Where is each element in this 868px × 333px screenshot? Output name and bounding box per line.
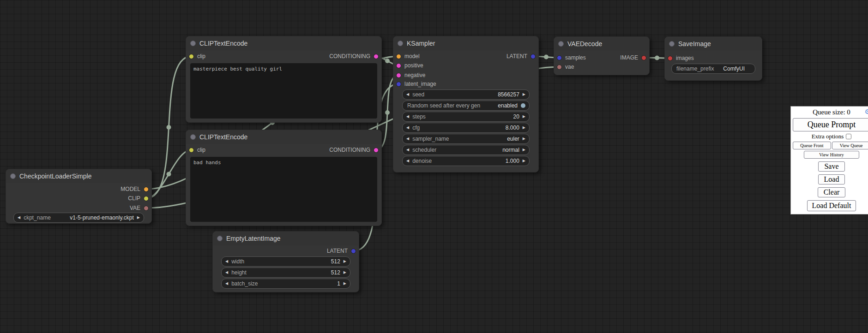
node-collapse-dot[interactable]	[669, 41, 675, 47]
decrement-arrow-icon[interactable]: ◀	[18, 216, 20, 220]
random-seed-toggle[interactable]: Random seed after every gen enabled	[402, 101, 530, 111]
slot-label: images	[676, 55, 694, 61]
increment-arrow-icon[interactable]: ▶	[344, 271, 346, 274]
increment-arrow-icon[interactable]: ▶	[523, 159, 525, 163]
decrement-arrow-icon[interactable]: ◀	[406, 115, 409, 119]
widget-value: v1-5-pruned-emaonly.ckpt	[70, 214, 134, 221]
latent-image-input-port[interactable]	[396, 82, 401, 87]
height-widget[interactable]: ◀ height 512 ▶	[221, 268, 350, 278]
width-widget[interactable]: ◀ width 512 ▶	[221, 256, 350, 267]
node-title: EmptyLatentImage	[226, 235, 281, 242]
model-output-port[interactable]	[144, 187, 149, 192]
widget-value: 8566257	[498, 91, 519, 98]
widget-value: euler	[507, 136, 519, 142]
decrement-arrow-icon[interactable]: ◀	[225, 282, 228, 285]
batch-size-widget[interactable]: ◀ batch_size 1 ▶	[221, 279, 350, 289]
vae-input-port[interactable]	[557, 65, 562, 70]
input-slot-clip: clip	[189, 146, 205, 154]
node-empty-latent-image[interactable]: EmptyLatentImage LATENT ◀ width 512 ▶ ◀ …	[212, 231, 359, 292]
node-title-bar[interactable]: SaveImage	[665, 37, 762, 51]
increment-arrow-icon[interactable]: ▶	[523, 126, 525, 130]
conditioning-output-port[interactable]	[374, 148, 379, 153]
node-collapse-dot[interactable]	[217, 236, 223, 241]
node-collapse-dot[interactable]	[190, 134, 196, 140]
clip-input-port[interactable]	[189, 54, 194, 59]
toggle-indicator-icon	[521, 103, 525, 108]
increment-arrow-icon[interactable]: ▶	[523, 148, 525, 152]
extra-options-checkbox[interactable]	[846, 134, 851, 139]
output-slot-conditioning: CONDITIONING	[329, 146, 379, 154]
samples-input-port[interactable]	[557, 55, 562, 60]
queue-front-button[interactable]: Queue Front	[793, 142, 831, 149]
save-button[interactable]: Save	[818, 161, 844, 172]
node-title-bar[interactable]: KSampler	[393, 36, 538, 50]
increment-arrow-icon[interactable]: ▶	[523, 137, 525, 141]
clip-input-port[interactable]	[189, 148, 194, 153]
clear-button[interactable]: Clear	[818, 187, 846, 197]
denoise-widget[interactable]: ◀ denoise 1.000 ▶	[402, 156, 530, 166]
vae-output-port[interactable]	[144, 206, 149, 211]
latent-output-port[interactable]	[351, 249, 356, 254]
node-title-bar[interactable]: EmptyLatentImage	[213, 232, 359, 245]
load-button[interactable]: Load	[818, 174, 845, 184]
positive-prompt-textarea[interactable]: masterpiece best quality girl	[190, 63, 377, 119]
increment-arrow-icon[interactable]: ▶	[344, 260, 346, 263]
clip-output-port[interactable]	[144, 196, 149, 201]
widget-name: ckpt_name	[24, 214, 51, 221]
decrement-arrow-icon[interactable]: ◀	[225, 271, 228, 274]
node-title: CheckpointLoaderSimple	[19, 172, 91, 180]
settings-gear-icon[interactable]: ⚙	[864, 108, 868, 116]
increment-arrow-icon[interactable]: ▶	[344, 282, 346, 285]
increment-arrow-icon[interactable]: ▶	[523, 93, 525, 96]
extra-options-label: Extra options	[812, 133, 844, 140]
node-save-image[interactable]: SaveImage images filename_prefix ComfyUI	[664, 36, 762, 81]
node-collapse-dot[interactable]	[398, 41, 403, 46]
decrement-arrow-icon[interactable]: ◀	[406, 137, 409, 141]
view-history-button[interactable]: View History	[804, 151, 860, 159]
ckpt-name-widget[interactable]: ◀ ckpt_name v1-5-pruned-emaonly.ckpt ▶	[13, 213, 144, 223]
decrement-arrow-icon[interactable]: ◀	[406, 159, 409, 163]
node-title: CLIPTextEncode	[199, 40, 247, 47]
scheduler-widget[interactable]: ◀ scheduler normal ▶	[402, 145, 530, 155]
queue-buttons-row: Queue Front View Queue	[793, 142, 868, 149]
node-collapse-dot[interactable]	[190, 41, 196, 46]
seed-widget[interactable]: ◀ seed 8566257 ▶	[402, 89, 530, 100]
filename-prefix-widget[interactable]: filename_prefix ComfyUI	[671, 64, 755, 74]
increment-arrow-icon[interactable]: ▶	[137, 216, 140, 220]
cfg-widget[interactable]: ◀ cfg 8.000 ▶	[402, 123, 530, 133]
decrement-arrow-icon[interactable]: ◀	[225, 260, 228, 263]
widget-value: normal	[502, 147, 519, 153]
node-title-bar[interactable]: VAEDecode	[554, 37, 649, 51]
node-collapse-dot[interactable]	[558, 41, 564, 47]
slot-label: clip	[197, 147, 205, 153]
node-clip-text-encode-positive[interactable]: CLIPTextEncode clip CONDITIONING masterp…	[186, 36, 382, 123]
node-title-bar[interactable]: CLIPTextEncode	[186, 130, 381, 144]
node-title: KSampler	[407, 40, 435, 47]
node-collapse-dot[interactable]	[10, 173, 16, 179]
steps-widget[interactable]: ◀ steps 20 ▶	[402, 112, 530, 122]
conditioning-output-port[interactable]	[374, 54, 379, 59]
node-clip-text-encode-negative[interactable]: CLIPTextEncode clip CONDITIONING bad han…	[186, 130, 382, 226]
latent-output-port[interactable]	[530, 54, 536, 59]
graph-canvas[interactable]: CheckpointLoaderSimple MODEL CLIP VAE ◀ …	[0, 0, 868, 333]
decrement-arrow-icon[interactable]: ◀	[406, 148, 409, 152]
negative-prompt-textarea[interactable]: bad hands	[190, 157, 377, 222]
queue-prompt-button[interactable]: Queue Prompt	[793, 118, 868, 131]
node-checkpoint-loader-simple[interactable]: CheckpointLoaderSimple MODEL CLIP VAE ◀ …	[6, 169, 152, 224]
node-title-bar[interactable]: CheckpointLoaderSimple	[6, 169, 151, 183]
sampler-name-widget[interactable]: ◀ sampler_name euler ▶	[402, 134, 530, 144]
view-queue-button[interactable]: View Queue	[832, 142, 868, 149]
negative-input-port[interactable]	[396, 73, 401, 78]
node-vae-decode[interactable]: VAEDecode samples vae IMAGE	[554, 36, 650, 75]
load-default-button[interactable]: Load Default	[807, 200, 856, 211]
model-input-port[interactable]	[396, 54, 401, 59]
decrement-arrow-icon[interactable]: ◀	[406, 126, 409, 130]
node-title-bar[interactable]: CLIPTextEncode	[186, 36, 381, 50]
node-ksampler[interactable]: KSampler model positive negative latent_…	[393, 36, 539, 172]
widget-name: width	[231, 258, 244, 265]
images-input-port[interactable]	[668, 56, 673, 61]
decrement-arrow-icon[interactable]: ◀	[406, 93, 409, 96]
positive-input-port[interactable]	[396, 63, 401, 68]
increment-arrow-icon[interactable]: ▶	[523, 115, 525, 119]
image-output-port[interactable]	[641, 55, 646, 60]
